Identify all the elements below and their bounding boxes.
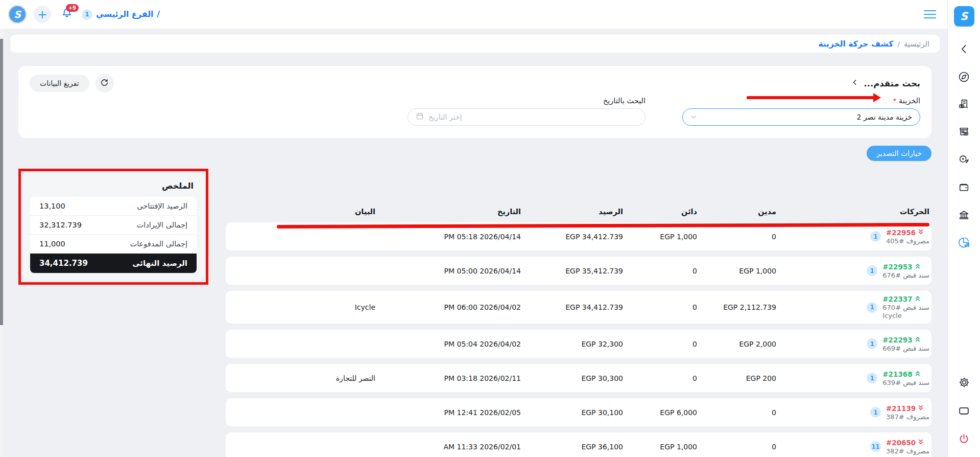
summary-row-label: إجمالى الإيرادات [137, 221, 187, 229]
summary-row: الرصيد الإفتتاحى13,100 [30, 197, 197, 216]
table-header-cell: التاريخ [375, 208, 521, 216]
table-body: #22956مصروف #40510EGP 1,000EGP 34,412.73… [226, 222, 931, 457]
date-field: البحث بالتاريخ إختر التاريخ [408, 97, 646, 126]
movement-id[interactable]: #22337 [882, 295, 912, 303]
power-logout-icon[interactable] [957, 431, 971, 446]
quick-add-button[interactable]: + [34, 6, 51, 23]
credit-cell: 0 [623, 340, 697, 348]
icon-sidebar: S [947, 0, 980, 457]
reports-pie-icon[interactable] [957, 235, 971, 249]
movement-cell: #22337سند قبض #670Icycle1 [776, 295, 929, 319]
summary-row-label: الرصيد النهائى [132, 259, 187, 268]
notifications-button[interactable]: +9 [59, 7, 75, 22]
balance-cell: EGP 35,412.739 [521, 267, 623, 275]
balance-cell: EGP 34,412.739 [521, 303, 623, 311]
movement-lines: #21139مصروف #387 [886, 404, 929, 421]
table-header-cell: الحركات [776, 208, 929, 216]
advanced-search-toggle[interactable]: بحث متقدم... [851, 78, 920, 88]
branch-separator: / [157, 10, 160, 19]
wallet-icon[interactable] [957, 180, 971, 194]
refresh-icon [100, 78, 109, 89]
trend-down-icon [918, 228, 924, 237]
sidebar-logo-icon[interactable]: S [954, 6, 974, 27]
movement-type: مصروف #382 [886, 447, 929, 455]
main-content: الرئيسية / كشف حركة الخزينة بحث متقدم... [3, 29, 947, 457]
movement-id[interactable]: #21368 [882, 370, 912, 378]
summary-row-value: 32,312.739 [39, 221, 82, 229]
movement-id[interactable]: #21139 [886, 404, 916, 413]
breadcrumb-separator: / [897, 40, 900, 48]
table-row[interactable]: #21368سند قبض #6391EGP 2000EGP 30,300PM … [226, 364, 931, 392]
compass-dashboard-icon[interactable] [957, 70, 971, 84]
menu-hamburger-icon[interactable] [922, 8, 938, 21]
page-scrollbar-thumb[interactable] [0, 39, 3, 325]
page-scrollbar[interactable] [0, 29, 3, 457]
clear-data-button[interactable]: تفريغ البيانات [30, 75, 89, 92]
table-row[interactable]: #21139مصروف #38710EGP 6,000EGP 30,100PM … [226, 398, 931, 426]
movement-id[interactable]: #22953 [882, 263, 912, 271]
current-branch[interactable]: 1 الفرع الرئيسي / [82, 9, 160, 20]
movement-lines: #22953سند قبض #676 [882, 263, 929, 279]
branch-name: الفرع الرئيسي [96, 10, 153, 19]
movement-type: سند قبض #669 [882, 345, 929, 352]
movement-id[interactable]: #22293 [882, 336, 912, 344]
date-cell: PM 03:18 2026/02/11 [375, 374, 521, 382]
summary-final-row: الرصيد النهائى34,412.739 [30, 254, 197, 273]
petty-cash-icon[interactable] [957, 152, 971, 167]
chevron-collapse-icon[interactable] [957, 42, 971, 56]
summary-row-label: الرصيد الإفتتاحى [137, 202, 187, 210]
movement-id[interactable]: #22956 [886, 228, 916, 237]
movement-lines: #22956مصروف #405 [886, 228, 929, 245]
date-value: PM 03:18 2026/02/11 [444, 374, 521, 382]
advanced-search-panel: بحث متقدم... تفريغ البيانات [18, 66, 931, 138]
date-picker-input[interactable]: إختر التاريخ [408, 108, 646, 126]
receipt-money-icon[interactable] [957, 97, 971, 111]
movement-id-line: #22337 [882, 295, 920, 303]
date-value: PM 05:18 2026/04/14 [444, 233, 521, 241]
treasury-field: الخزينة * خزينة مدينة نصر 2 [682, 97, 920, 126]
movement-count-badge: 1 [867, 338, 877, 349]
notifications-count-badge: +9 [66, 4, 79, 12]
store-money-icon[interactable] [957, 125, 971, 139]
treasury-select[interactable]: خزينة مدينة نصر 2 [682, 108, 920, 126]
movement-cell: #21139مصروف #3871 [776, 404, 929, 421]
table-header-cell: دائن [623, 208, 697, 216]
table-header-cell: مدين [697, 208, 776, 216]
table-row[interactable]: #22953سند قبض #6761EGP 1,0000EGP 35,412.… [226, 257, 931, 285]
movement-count-badge: 1 [867, 373, 877, 383]
balance-cell: EGP 30,300 [521, 374, 623, 382]
movement-lines: #22293سند قبض #669 [882, 336, 929, 352]
movement-type: سند قبض #670 [882, 304, 929, 311]
movement-id-line: #22953 [882, 263, 920, 271]
movement-extra: Icycle [882, 312, 901, 319]
date-cell: PM 05:00 2026/04/14 [375, 267, 521, 275]
branch-count-badge: 1 [82, 9, 92, 20]
table-row[interactable]: #22337سند قبض #670Icycle1EGP 2,112.7390E… [226, 291, 931, 324]
settings-gear-icon[interactable] [957, 375, 971, 390]
debit-cell: EGP 1,000 [697, 267, 776, 275]
window-icon[interactable] [957, 403, 971, 418]
date-placeholder: إختر التاريخ [428, 113, 462, 121]
date-value: PM 05:04 2026/04/02 [444, 340, 521, 348]
date-cell: AM 11:33 2026/02/01 [375, 443, 521, 451]
export-options-button[interactable]: خيارات التصدير [867, 146, 931, 161]
app-logo-icon[interactable]: S [8, 5, 27, 24]
movement-cell: #20650مصروف #38211 [776, 439, 929, 455]
date-cell: PM 06:00 2026/04/02 [375, 303, 521, 311]
credit-cell: 0 [623, 303, 697, 311]
debit-cell: 0 [697, 443, 776, 451]
table-row[interactable]: #20650مصروف #382110EGP 1,000EGP 36,100AM… [226, 432, 931, 457]
date-cell: PM 05:18 2026/04/14 [375, 233, 521, 241]
debit-cell: 0 [697, 233, 776, 241]
topbar: S + +9 1 الفرع الرئيسي / [0, 0, 947, 29]
movement-lines: #21368سند قبض #639 [882, 370, 929, 386]
movement-id-line: #22293 [882, 336, 920, 344]
movement-id[interactable]: #20650 [886, 439, 916, 447]
chevron-left-icon [851, 78, 859, 88]
refresh-button[interactable] [95, 74, 114, 93]
debit-cell: EGP 2,000 [697, 340, 776, 348]
bank-icon[interactable] [957, 208, 971, 222]
breadcrumb-home-link[interactable]: الرئيسية [904, 40, 929, 48]
table-row[interactable]: #22293سند قبض #6691EGP 2,0000EGP 32,300P… [226, 330, 931, 358]
movement-lines: #22337سند قبض #670Icycle [882, 295, 929, 319]
